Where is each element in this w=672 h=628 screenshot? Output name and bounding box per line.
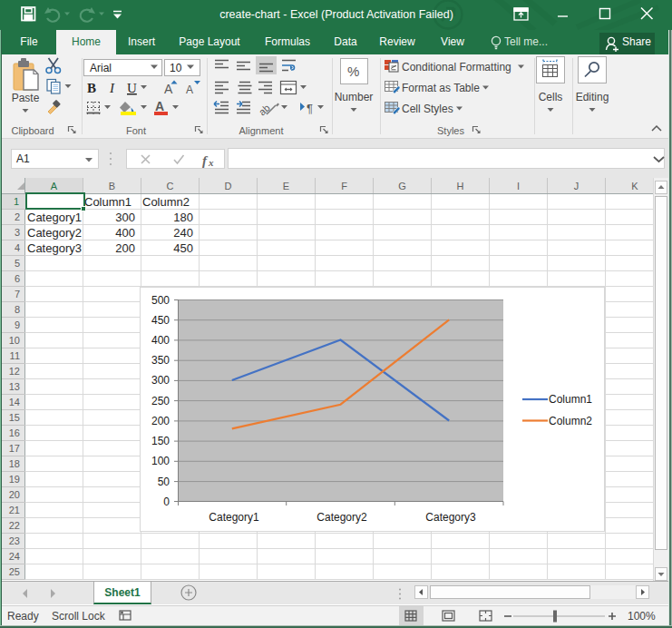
svg-text:ab: ab bbox=[257, 102, 272, 117]
svg-text:A: A bbox=[155, 99, 164, 113]
svg-text:450: 450 bbox=[151, 314, 170, 327]
svg-text:200: 200 bbox=[151, 415, 170, 427]
svg-text:Category2: Category2 bbox=[317, 511, 367, 524]
svg-text:300: 300 bbox=[151, 374, 170, 387]
svg-text:250: 250 bbox=[151, 395, 170, 407]
svg-text:create-chart - Excel (Product: create-chart - Excel (Product Activation… bbox=[219, 8, 453, 21]
svg-text:Cell Styles: Cell Styles bbox=[402, 103, 453, 115]
svg-text:Cells: Cells bbox=[539, 91, 563, 103]
svg-text:Paste: Paste bbox=[12, 92, 40, 104]
svg-text:%: % bbox=[347, 64, 359, 79]
svg-text:Format as Table: Format as Table bbox=[402, 82, 480, 94]
svg-text:A: A bbox=[186, 83, 193, 96]
svg-text:f: f bbox=[202, 153, 209, 168]
svg-text:B: B bbox=[87, 81, 96, 95]
svg-text:400: 400 bbox=[151, 334, 170, 347]
svg-text:U: U bbox=[127, 81, 137, 95]
svg-text:I: I bbox=[109, 81, 115, 95]
svg-text:Number: Number bbox=[335, 91, 374, 103]
svg-text:100: 100 bbox=[151, 455, 170, 467]
svg-text:0: 0 bbox=[163, 496, 170, 508]
svg-text:10: 10 bbox=[170, 62, 182, 74]
svg-text:Conditional Formatting: Conditional Formatting bbox=[402, 61, 511, 74]
svg-text:Column2: Column2 bbox=[549, 415, 592, 427]
svg-text:Category3: Category3 bbox=[425, 511, 476, 524]
svg-text:50: 50 bbox=[158, 476, 170, 488]
svg-text:Arial: Arial bbox=[90, 62, 112, 74]
svg-text:500: 500 bbox=[151, 294, 170, 307]
svg-text:Category1: Category1 bbox=[209, 511, 259, 524]
svg-text:150: 150 bbox=[151, 435, 170, 447]
svg-text:350: 350 bbox=[151, 354, 170, 367]
svg-text:¶: ¶ bbox=[307, 102, 313, 115]
svg-text:Editing: Editing bbox=[576, 91, 609, 103]
svg-text:x: x bbox=[208, 157, 214, 168]
svg-text:Column1: Column1 bbox=[549, 393, 592, 406]
